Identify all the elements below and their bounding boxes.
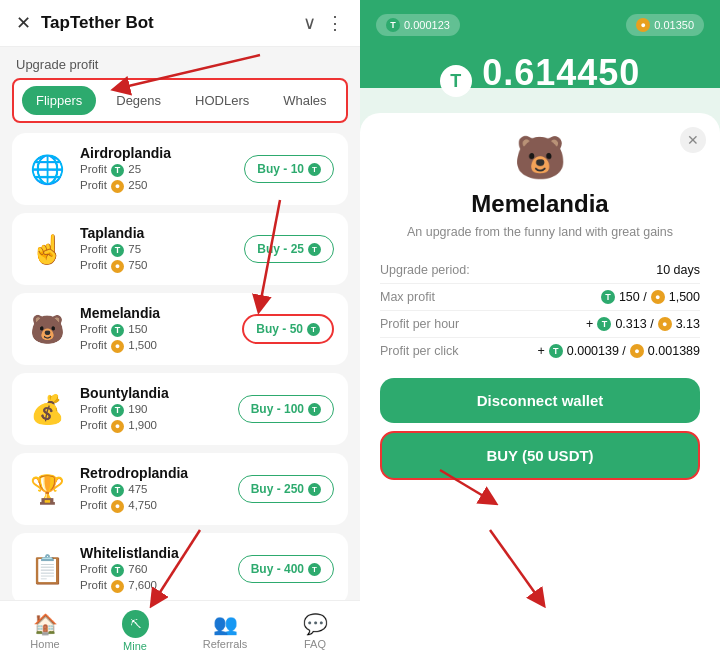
stat-value-1: 0.000123 [404, 19, 450, 31]
coin-icon: ● [630, 344, 644, 358]
balance-amount: 0.614450 [482, 52, 640, 93]
row-value: T 150 / ● 1,500 [601, 290, 700, 304]
item-profit-coin: Profit ● 250 [80, 179, 232, 193]
bountylandia-info: Bountylandia Profit T 190 Profit ● 1,900 [80, 385, 226, 433]
whitelistlandia-icon: 📋 [26, 553, 68, 586]
detail-row-profit-hour: Profit per hour + T 0.313 / ● 3.13 [380, 311, 700, 338]
balance-display: T 0.614450 [360, 44, 720, 113]
nav-referrals-label: Referrals [203, 638, 248, 650]
balance-t-icon: T [440, 65, 472, 97]
item-profit-coin: Profit ● 1,900 [80, 419, 226, 433]
detail-row-maxprofit: Max profit T 150 / ● 1,500 [380, 284, 700, 311]
detail-row-period: Upgrade period: 10 days [380, 257, 700, 284]
stat-value-2: 0.01350 [654, 19, 694, 31]
coin-icon: ● [658, 317, 672, 331]
row-label: Profit per hour [380, 317, 459, 331]
detail-bear-icon: 🐻 [380, 133, 700, 182]
row-value: 10 days [656, 263, 700, 277]
tab-whales[interactable]: Whales [269, 86, 340, 115]
taplandia-info: Taplandia Profit T 75 Profit ● 750 [80, 225, 232, 273]
nav-faq-label: FAQ [304, 638, 326, 650]
list-item: ☝️ Taplandia Profit T 75 Profit ● 750 Bu… [12, 213, 348, 285]
right-panel: T 0.000123 ● 0.01350 T 0.614450 ✕ 🐻 Meme… [360, 0, 720, 660]
nav-home-label: Home [30, 638, 59, 650]
row-label: Max profit [380, 290, 435, 304]
item-name: Retrodroplandia [80, 465, 226, 481]
buy-main-button[interactable]: BUY (50 USDT) [380, 431, 700, 480]
stat-pill-1: T 0.000123 [376, 14, 460, 36]
item-profit-t: Profit T 150 [80, 323, 230, 337]
item-name: Airdroplandia [80, 145, 232, 161]
coin-icon: ● [651, 290, 665, 304]
memelandia-info: Memelandia Profit T 150 Profit ● 1,500 [80, 305, 230, 353]
buy-retrodroplandia-button[interactable]: Buy - 250 T [238, 475, 334, 503]
app-header: ✕ TapTether Bot ∨ ⋮ [0, 0, 360, 47]
buy-taplandia-button[interactable]: Buy - 25 T [244, 235, 334, 263]
nav-faq[interactable]: 💬 FAQ [270, 601, 360, 660]
item-name: Memelandia [80, 305, 230, 321]
bountylandia-icon: 💰 [26, 393, 68, 426]
memelandia-icon: 🐻 [26, 313, 68, 346]
item-profit-coin: Profit ● 750 [80, 259, 232, 273]
app-title: TapTether Bot [41, 13, 293, 33]
mine-icon: ⛏ [122, 610, 149, 638]
left-panel: ✕ TapTether Bot ∨ ⋮ Upgrade profit Flipp… [0, 0, 360, 660]
item-profit-t: Profit T 25 [80, 163, 232, 177]
faq-icon: 💬 [303, 612, 328, 636]
referrals-icon: 👥 [213, 612, 238, 636]
t-icon: T [597, 317, 611, 331]
home-icon: 🏠 [33, 612, 58, 636]
buy-bountylandia-button[interactable]: Buy - 100 T [238, 395, 334, 423]
detail-row-profit-click: Profit per click + T 0.000139 / ● 0.0013… [380, 338, 700, 364]
list-item: 📋 Whitelistlandia Profit T 760 Profit ● … [12, 533, 348, 600]
item-name: Bountylandia [80, 385, 226, 401]
detail-close-button[interactable]: ✕ [680, 127, 706, 153]
chevron-down-icon[interactable]: ∨ [303, 12, 316, 34]
detail-description: An upgrade from the funny land with grea… [380, 224, 700, 242]
item-profit-t: Profit T 190 [80, 403, 226, 417]
items-list: 🌐 Airdroplandia Profit T 25 Profit ● 250… [0, 133, 360, 600]
upgrade-profit-label: Upgrade profit [0, 47, 360, 78]
item-name: Whitelistlandia [80, 545, 226, 561]
retrodroplandia-info: Retrodroplandia Profit T 475 Profit ● 4,… [80, 465, 226, 513]
item-name: Taplandia [80, 225, 232, 241]
taplandia-icon: ☝️ [26, 233, 68, 266]
tabs-container: Flippers Degens HODLers Whales [12, 78, 348, 123]
list-item: 💰 Bountylandia Profit T 190 Profit ● 1,9… [12, 373, 348, 445]
nav-referrals[interactable]: 👥 Referrals [180, 601, 270, 660]
bottom-navigation: 🏠 Home ⛏ Mine 👥 Referrals 💬 FAQ [0, 600, 360, 660]
disconnect-wallet-button[interactable]: Disconnect wallet [380, 378, 700, 423]
stat-pill-2: ● 0.01350 [626, 14, 704, 36]
row-value: + T 0.313 / ● 3.13 [586, 317, 700, 331]
nav-mine[interactable]: ⛏ Mine [90, 601, 180, 660]
row-value: + T 0.000139 / ● 0.001389 [537, 344, 700, 358]
tab-flippers[interactable]: Flippers [22, 86, 96, 115]
list-item: 🐻 Memelandia Profit T 150 Profit ● 1,500… [12, 293, 348, 365]
list-item: 🌐 Airdroplandia Profit T 25 Profit ● 250… [12, 133, 348, 205]
buy-airdroplandia-button[interactable]: Buy - 10 T [244, 155, 334, 183]
detail-title: Memelandia [380, 190, 700, 218]
item-profit-coin: Profit ● 1,500 [80, 339, 230, 353]
more-options-icon[interactable]: ⋮ [326, 12, 344, 34]
buy-whitelistlandia-button[interactable]: Buy - 400 T [238, 555, 334, 583]
tab-degens[interactable]: Degens [102, 86, 175, 115]
airdroplandia-info: Airdroplandia Profit T 25 Profit ● 250 [80, 145, 232, 193]
buy-memelandia-button[interactable]: Buy - 50 T [242, 314, 334, 344]
t-icon: T [386, 18, 400, 32]
row-label: Upgrade period: [380, 263, 470, 277]
item-profit-t: Profit T 760 [80, 563, 226, 577]
coin-icon: ● [636, 18, 650, 32]
close-icon[interactable]: ✕ [16, 12, 31, 34]
row-label-profit-per-click: Profit per click [380, 344, 459, 358]
whitelistlandia-info: Whitelistlandia Profit T 760 Profit ● 7,… [80, 545, 226, 593]
airdroplandia-icon: 🌐 [26, 153, 68, 186]
nav-home[interactable]: 🏠 Home [0, 601, 90, 660]
item-profit-t: Profit T 475 [80, 483, 226, 497]
top-stats: T 0.000123 ● 0.01350 [360, 0, 720, 44]
tab-hodlers[interactable]: HODLers [181, 86, 263, 115]
item-profit-t: Profit T 75 [80, 243, 232, 257]
t-icon: T [549, 344, 563, 358]
nav-mine-label: Mine [123, 640, 147, 652]
list-item: 🏆 Retrodroplandia Profit T 475 Profit ● … [12, 453, 348, 525]
retrodroplandia-icon: 🏆 [26, 473, 68, 506]
